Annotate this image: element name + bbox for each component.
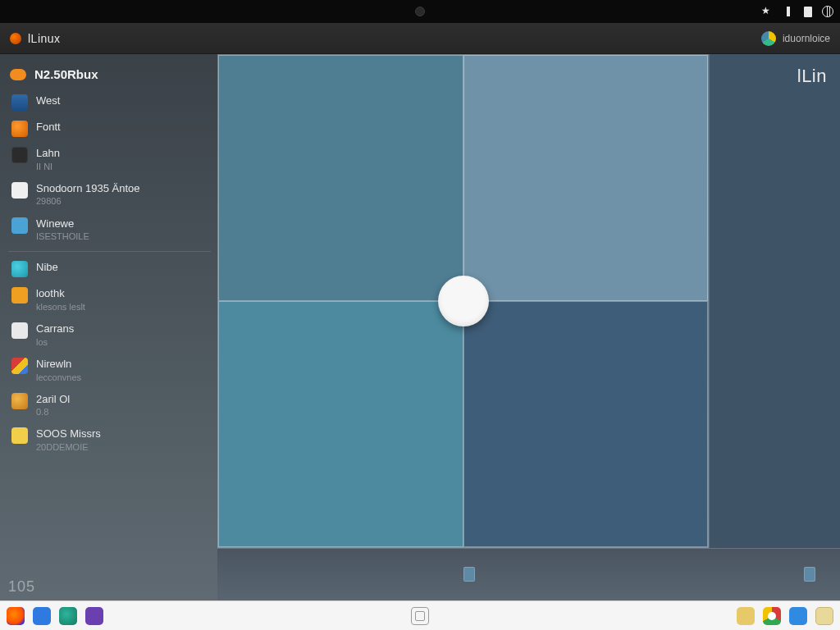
- firefox-icon[interactable]: [7, 607, 25, 625]
- sidebar-item-loothk[interactable]: loothk klesons leslt: [5, 282, 214, 317]
- sidebar-item-winewe[interactable]: Winewe ISESTHOILE: [5, 212, 214, 248]
- sidebar-section-title: N2.50Rbux: [34, 67, 98, 81]
- folder-icon[interactable]: [737, 607, 755, 625]
- show-desktop-icon[interactable]: [411, 607, 429, 625]
- sidebar-item-subtext: klesons leslt: [36, 302, 85, 313]
- terminal-icon[interactable]: [59, 607, 77, 625]
- sidebar-item-subtext: 29806: [36, 196, 140, 207]
- sidebar-item-fontt[interactable]: Fontt: [5, 116, 214, 142]
- app-icon: [11, 121, 28, 137]
- main-area: N2.50Rbux West Fontt Lahn II NI Snodoorn…: [0, 54, 840, 600]
- sidebar-item-subtext: lecconvnes: [36, 372, 81, 383]
- topbar-center-indicator-icon: [415, 7, 425, 16]
- app-icon: [11, 147, 28, 163]
- sidebar-item-label: 2aril Ol: [36, 393, 70, 406]
- workspace-bottom-strip: [217, 548, 840, 600]
- center-drag-handle[interactable]: [438, 276, 489, 326]
- quadrant-bottom-left[interactable]: [218, 301, 463, 547]
- system-topbar: [0, 0, 840, 23]
- app-icon: [11, 287, 28, 304]
- workspace-area: lLin: [217, 54, 840, 600]
- thumbnail-icon[interactable]: [804, 567, 815, 582]
- sidebar-item-subtext: II NI: [36, 162, 60, 172]
- quadrant-top-left[interactable]: [218, 55, 463, 301]
- app-icon: [11, 217, 28, 234]
- app-icon: [11, 427, 28, 444]
- user-area[interactable]: iduornloice: [761, 31, 830, 46]
- sidebar-item-subtext: los: [36, 337, 74, 348]
- network-globe-icon[interactable]: [822, 6, 833, 17]
- chrome-icon[interactable]: [763, 607, 781, 625]
- quadrant-top-right[interactable]: [463, 55, 709, 301]
- brand-watermark: lLin: [797, 66, 827, 87]
- app-icon: [11, 261, 28, 277]
- sidebar-item-label: West: [36, 94, 60, 107]
- sidebar-item-label: Nibe: [36, 261, 58, 273]
- sidebar-item-label: Winewe: [36, 217, 89, 231]
- quadrant-bottom-right[interactable]: [463, 301, 709, 547]
- sidebar-item-2aril[interactable]: 2aril Ol 0.8: [5, 388, 214, 423]
- user-label: iduornloice: [783, 33, 830, 44]
- sidebar-item-label: SOOS Missrs: [36, 427, 101, 441]
- sidebar-divider: [8, 251, 211, 252]
- sidebar: N2.50Rbux West Fontt Lahn II NI Snodoorn…: [0, 54, 217, 600]
- workspace-right-column: lLin: [709, 54, 840, 548]
- sidebar-item-lahn[interactable]: Lahn II NI: [5, 142, 214, 177]
- wallpaper-quadrants: [217, 54, 709, 548]
- sidebar-item-label: Fontt: [36, 121, 61, 133]
- sidebar-item-nirewln[interactable]: Nirewln lecconvnes: [5, 353, 214, 388]
- bookmark-star-icon[interactable]: [761, 6, 773, 17]
- sidebar-item-label: Carrans: [36, 322, 74, 336]
- sidebar-item-label: Nirewln: [36, 358, 81, 371]
- sidebar-section-head[interactable]: N2.50Rbux: [5, 62, 214, 89]
- app-icon: [11, 182, 28, 199]
- sidebar-item-nibe[interactable]: Nibe: [5, 256, 214, 282]
- notes-icon[interactable]: [815, 607, 833, 625]
- app-logo-icon: [10, 33, 21, 44]
- sidebar-item-subtext: ISESTHOILE: [36, 231, 89, 242]
- thumbnail-icon[interactable]: [463, 567, 475, 582]
- app-icon: [11, 94, 28, 111]
- app-icon: [11, 358, 28, 374]
- cloud-icon: [11, 322, 28, 339]
- user-avatar-icon: [761, 31, 776, 46]
- app-title: lLinux: [28, 32, 61, 45]
- taskbar: [0, 600, 840, 630]
- window-header: lLinux iduornloice: [0, 23, 840, 54]
- taskbar-right-group: [737, 607, 833, 625]
- apps-icon[interactable]: [85, 607, 103, 625]
- battery-icon[interactable]: [783, 6, 794, 17]
- app-icon: [11, 393, 28, 409]
- sidebar-item-west[interactable]: West: [5, 89, 214, 116]
- sidebar-item-label: loothk: [36, 287, 85, 300]
- sidebar-item-snodoorn[interactable]: Snodoorn 1935 Äntoe 29806: [5, 177, 214, 212]
- sidebar-footer-counter: 105: [8, 578, 35, 596]
- store-icon[interactable]: [789, 607, 807, 625]
- clipboard-icon[interactable]: [804, 7, 812, 17]
- sidebar-item-label: Snodoorn 1935 Äntoe: [36, 182, 140, 195]
- sidebar-item-subtext: 0.8: [36, 407, 70, 418]
- cloud-icon: [10, 69, 26, 80]
- system-tray: [761, 0, 833, 23]
- sidebar-item-soos[interactable]: SOOS Missrs 20DDEMOIE: [5, 422, 214, 458]
- sidebar-item-label: Lahn: [36, 147, 60, 160]
- sidebar-item-subtext: 20DDEMOIE: [36, 442, 101, 453]
- sidebar-item-carrans[interactable]: Carrans los: [5, 317, 214, 353]
- files-icon[interactable]: [33, 607, 51, 625]
